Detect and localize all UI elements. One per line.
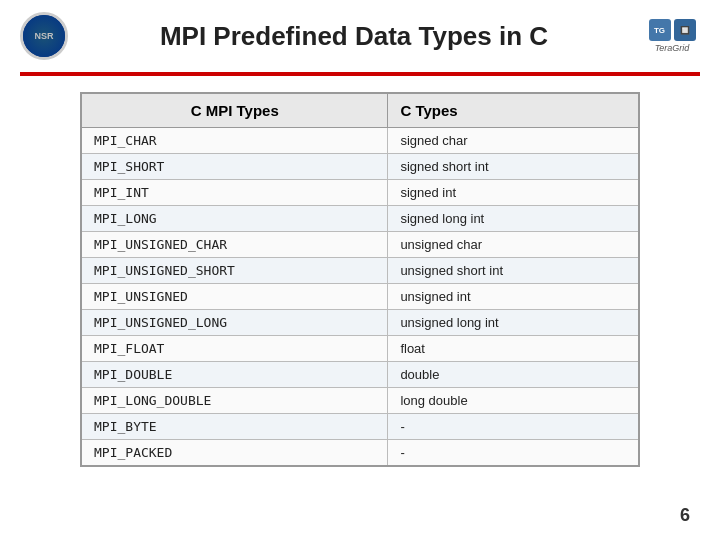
red-divider <box>20 72 700 76</box>
table-row: MPI_LONG_DOUBLElong double <box>81 388 639 414</box>
mpi-type-cell: MPI_INT <box>81 180 388 206</box>
table-row: MPI_UNSIGNEDunsigned int <box>81 284 639 310</box>
table-row: MPI_SHORTsigned short int <box>81 154 639 180</box>
page-title: MPI Predefined Data Types in C <box>68 21 700 52</box>
table-row: MPI_UNSIGNED_CHARunsigned char <box>81 232 639 258</box>
col-mpi-header: C MPI Types <box>81 93 388 128</box>
c-type-cell: signed short int <box>388 154 639 180</box>
table-row: MPI_DOUBLEdouble <box>81 362 639 388</box>
c-type-cell: signed char <box>388 128 639 154</box>
mpi-type-cell: MPI_SHORT <box>81 154 388 180</box>
c-type-cell: signed long int <box>388 206 639 232</box>
mpi-type-cell: MPI_UNSIGNED_CHAR <box>81 232 388 258</box>
teragrid-logo: TG 🔲 TeraGrid <box>644 12 700 60</box>
data-types-table: C MPI Types C Types MPI_CHARsigned charM… <box>80 92 640 467</box>
mpi-type-cell: MPI_BYTE <box>81 414 388 440</box>
mpi-type-cell: MPI_UNSIGNED_SHORT <box>81 258 388 284</box>
c-type-cell: signed int <box>388 180 639 206</box>
mpi-type-cell: MPI_CHAR <box>81 128 388 154</box>
table-row: MPI_PACKED- <box>81 440 639 467</box>
c-type-cell: unsigned short int <box>388 258 639 284</box>
c-type-cell: unsigned int <box>388 284 639 310</box>
mpi-type-cell: MPI_DOUBLE <box>81 362 388 388</box>
c-type-cell: float <box>388 336 639 362</box>
mpi-type-cell: MPI_UNSIGNED <box>81 284 388 310</box>
table-row: MPI_INTsigned int <box>81 180 639 206</box>
table-row: MPI_UNSIGNED_SHORTunsigned short int <box>81 258 639 284</box>
mpi-type-cell: MPI_LONG_DOUBLE <box>81 388 388 414</box>
mpi-type-cell: MPI_UNSIGNED_LONG <box>81 310 388 336</box>
table-row: MPI_CHARsigned char <box>81 128 639 154</box>
slide: NSR MPI Predefined Data Types in C TG 🔲 … <box>0 0 720 540</box>
table-row: MPI_LONGsigned long int <box>81 206 639 232</box>
mpi-type-cell: MPI_FLOAT <box>81 336 388 362</box>
table-row: MPI_UNSIGNED_LONGunsigned long int <box>81 310 639 336</box>
c-type-cell: double <box>388 362 639 388</box>
mpi-type-cell: MPI_LONG <box>81 206 388 232</box>
nsr-logo: NSR <box>20 12 68 60</box>
mpi-type-cell: MPI_PACKED <box>81 440 388 467</box>
c-type-cell: unsigned char <box>388 232 639 258</box>
c-type-cell: long double <box>388 388 639 414</box>
col-c-header: C Types <box>388 93 639 128</box>
header: NSR MPI Predefined Data Types in C TG 🔲 … <box>0 0 720 72</box>
table-row: MPI_BYTE- <box>81 414 639 440</box>
main-content: C MPI Types C Types MPI_CHARsigned charM… <box>0 92 720 467</box>
page-number: 6 <box>680 505 690 526</box>
c-type-cell: - <box>388 440 639 467</box>
c-type-cell: unsigned long int <box>388 310 639 336</box>
table-row: MPI_FLOATfloat <box>81 336 639 362</box>
c-type-cell: - <box>388 414 639 440</box>
